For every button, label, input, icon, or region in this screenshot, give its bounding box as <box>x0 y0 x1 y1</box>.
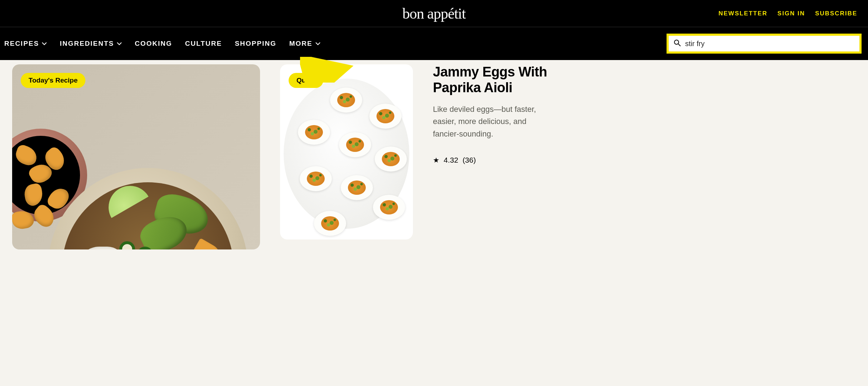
recipe-description: Like deviled eggs—but faster, easier, mo… <box>433 103 554 140</box>
nav-label: MORE <box>289 40 313 48</box>
chevron-down-icon <box>117 42 122 45</box>
recipe-rating: ★ 4.32 (36) <box>433 156 554 164</box>
nav-label: SHOPPING <box>235 40 276 48</box>
header-links: NEWSLETTER SIGN IN SUBSCRIBE <box>718 10 857 17</box>
quick-badge: Quick <box>289 73 323 88</box>
recipe-info: Jammy Eggs With Paprika Aioli Like devil… <box>433 64 554 249</box>
top-header: bon appétit NEWSLETTER SIGN IN SUBSCRIBE <box>0 0 868 27</box>
nav-shopping[interactable]: SHOPPING <box>235 40 276 48</box>
chevron-down-icon <box>42 42 47 45</box>
recipe-title[interactable]: Jammy Eggs With Paprika Aioli <box>433 64 554 95</box>
signin-link[interactable]: SIGN IN <box>778 10 805 17</box>
newsletter-link[interactable]: NEWSLETTER <box>718 10 767 17</box>
search-icon <box>674 39 681 48</box>
rating-value: 4.32 <box>444 156 458 164</box>
nav-ingredients[interactable]: INGREDIENTS <box>60 40 122 48</box>
nav-cooking[interactable]: COOKING <box>135 40 172 48</box>
search-box <box>667 34 862 54</box>
todays-recipe-badge: Today's Recipe <box>21 73 85 88</box>
svg-line-1 <box>678 44 680 46</box>
food-image <box>12 64 260 249</box>
rating-count: (36) <box>463 156 476 164</box>
svg-point-0 <box>674 40 679 44</box>
content-area: Today's Recipe Quick <box>0 60 868 249</box>
nav-label: RECIPES <box>4 40 39 48</box>
nav-culture[interactable]: CULTURE <box>185 40 222 48</box>
nav-label: COOKING <box>135 40 172 48</box>
nav-items: RECIPES INGREDIENTS COOKING CULTURE SHOP… <box>4 40 320 48</box>
nav-label: INGREDIENTS <box>60 40 114 48</box>
nav-label: CULTURE <box>185 40 222 48</box>
nav-recipes[interactable]: RECIPES <box>4 40 47 48</box>
star-icon: ★ <box>433 156 439 164</box>
site-logo[interactable]: bon appétit <box>403 5 466 22</box>
chevron-down-icon <box>315 42 320 45</box>
todays-recipe-card[interactable]: Today's Recipe <box>12 64 260 249</box>
subscribe-link[interactable]: SUBSCRIBE <box>815 10 857 17</box>
quick-recipe-card[interactable]: Quick <box>280 64 413 239</box>
nav-more[interactable]: MORE <box>289 40 320 48</box>
search-input[interactable] <box>685 40 854 48</box>
nav-bar: RECIPES INGREDIENTS COOKING CULTURE SHOP… <box>0 27 868 60</box>
